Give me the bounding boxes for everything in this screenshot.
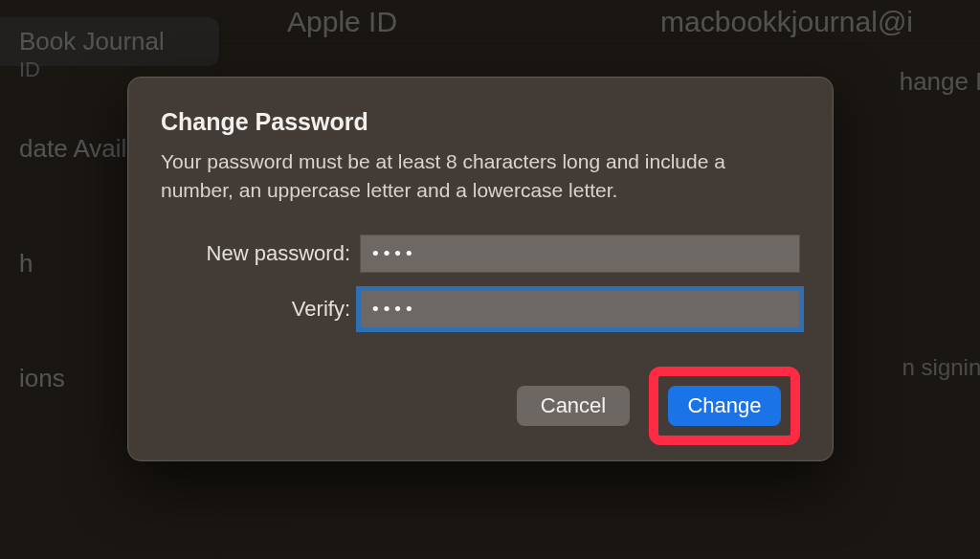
change-password-dialog: Change Password Your password must be at… [127, 77, 834, 461]
header-left-label: Apple ID [287, 6, 397, 38]
cancel-button[interactable]: Cancel [517, 386, 630, 426]
annotation-highlight: Change [649, 367, 800, 445]
new-password-label: New password: [161, 241, 360, 266]
header-right-email: macbookkjournal@i [660, 6, 913, 38]
verify-label: Verify: [161, 297, 360, 322]
bottom-divider [287, 523, 980, 524]
new-password-row: New password: [161, 235, 800, 273]
change-password-row-button: hange Pas [900, 67, 980, 97]
dialog-title: Change Password [161, 108, 800, 136]
dialog-description: Your password must be at least 8 charact… [161, 147, 800, 206]
signing-in-note: n signing in [902, 354, 980, 381]
verify-input[interactable] [360, 290, 800, 328]
verify-row: Verify: [161, 290, 800, 328]
main-header: Apple ID macbookkjournal@i [220, 0, 980, 44]
new-password-input[interactable] [360, 235, 800, 273]
dialog-buttons: Cancel Change [161, 367, 800, 445]
change-button[interactable]: Change [668, 386, 781, 426]
